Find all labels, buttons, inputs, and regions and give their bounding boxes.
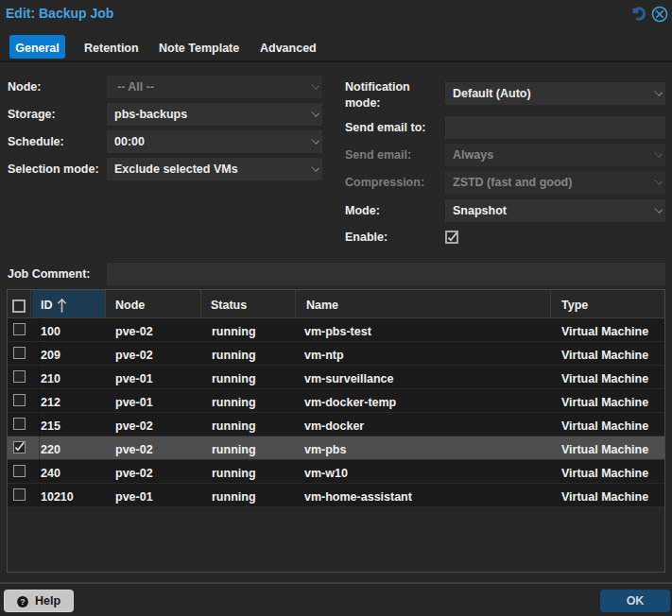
svg-text:?: ?	[20, 597, 25, 607]
